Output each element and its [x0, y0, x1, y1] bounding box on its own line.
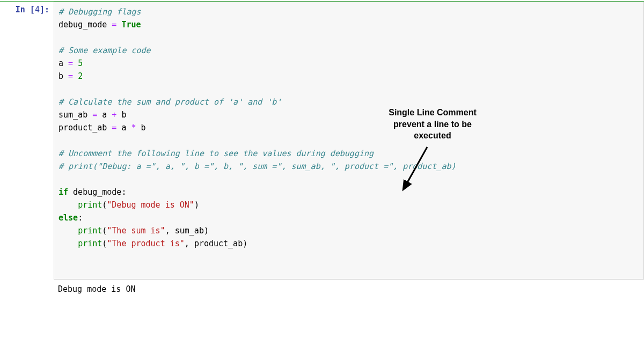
number: 2 — [78, 71, 83, 81]
indent — [58, 200, 78, 210]
annotation-text-2: prevent a line to be — [365, 119, 500, 130]
operator: = — [107, 20, 121, 30]
name: b — [141, 123, 146, 133]
arrow-icon — [398, 144, 462, 198]
builtin: print — [78, 200, 102, 210]
builtin: print — [78, 239, 102, 248]
builtin: print — [78, 226, 102, 236]
operator: * — [126, 123, 141, 133]
code-cell: In [4]: # Debugging flags debug_mode = T… — [0, 2, 644, 280]
keyword-constant: True — [121, 20, 141, 30]
prompt-in: In [ — [16, 5, 35, 14]
code-editor[interactable]: # Debugging flags debug_mode = True # So… — [54, 2, 644, 280]
annotation-text-3: executed — [365, 130, 500, 142]
punctuation: ) — [194, 200, 199, 210]
name: a — [102, 110, 107, 120]
annotation-text-1: Single Line Comment — [365, 107, 500, 119]
punctuation: ) — [243, 239, 247, 248]
punctuation: , — [165, 226, 175, 236]
punctuation: ( — [102, 226, 107, 236]
output-text: Debug mode is ON — [54, 280, 644, 296]
operator: = — [63, 71, 78, 81]
comment-line: # Debugging flags — [58, 7, 141, 17]
keyword: if — [58, 187, 68, 197]
comment-line: # Uncomment the following line to see th… — [58, 149, 374, 158]
punctuation: ( — [102, 239, 107, 248]
space — [68, 187, 73, 197]
name: product_ab — [58, 123, 107, 133]
prompt-number: 4 — [35, 5, 40, 14]
operator: = — [87, 110, 102, 120]
indent — [58, 239, 78, 248]
output-cell: Debug mode is ON — [0, 280, 644, 296]
name: b — [58, 71, 63, 81]
callout-annotation: Single Line Comment prevent a line to be… — [365, 107, 500, 142]
string: "The sum is" — [107, 226, 165, 236]
keyword: else — [58, 213, 78, 223]
name: b — [121, 110, 126, 120]
name: sum_ab — [175, 226, 204, 236]
name: product_ab — [194, 239, 243, 248]
comment-line: # Calculate the sum and product of 'a' a… — [58, 97, 281, 107]
name: debug_mode — [58, 20, 107, 30]
operator: = — [63, 58, 78, 68]
punctuation: ( — [102, 200, 107, 210]
name: a — [58, 58, 63, 68]
string: "The product is" — [107, 239, 185, 248]
string: "Debug mode is ON" — [107, 200, 194, 210]
punctuation: ) — [204, 226, 209, 236]
punctuation: : — [78, 213, 83, 223]
number: 5 — [78, 58, 83, 68]
prompt-close: ]: — [40, 5, 49, 14]
indent — [58, 226, 78, 236]
input-prompt: In [4]: — [0, 2, 54, 14]
comment-line: # Some example code — [58, 46, 151, 55]
comment-line: # print("Debug: a =", a, ", b =", b, ", … — [58, 161, 456, 171]
operator: + — [107, 110, 121, 120]
punctuation: , — [185, 239, 194, 248]
name: debug_mode — [73, 187, 121, 197]
operator: = — [107, 123, 121, 133]
name: sum_ab — [58, 110, 87, 120]
punctuation: : — [121, 187, 126, 197]
